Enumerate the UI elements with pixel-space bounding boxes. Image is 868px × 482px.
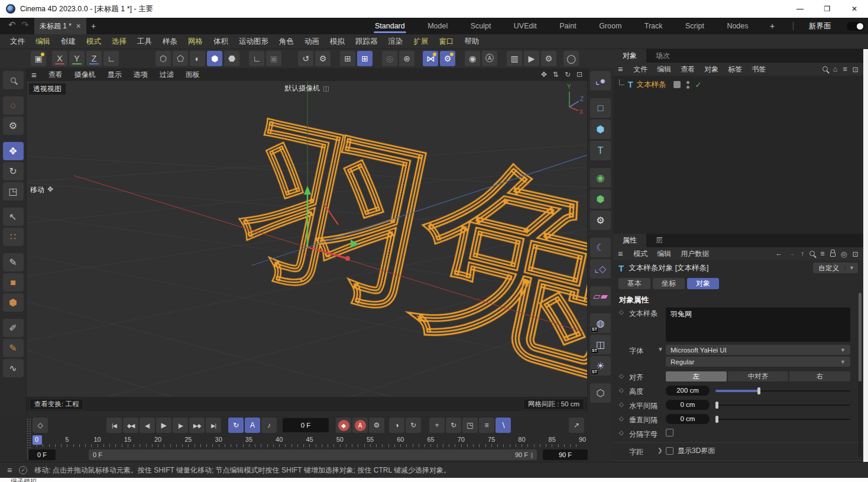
play-button[interactable]: ▶ (156, 418, 171, 433)
fcurve-button[interactable]: ↗ (569, 418, 584, 433)
height-input[interactable]: 200 cm (666, 386, 710, 396)
document-tab[interactable]: 未标题 1 * ✕ (34, 18, 86, 34)
autokey-range-button[interactable]: A (245, 418, 260, 433)
object-manager-menu-view[interactable]: 查看 (676, 64, 699, 75)
brush-tool[interactable]: ✐ (3, 319, 24, 337)
height-slider[interactable] (715, 386, 850, 396)
edges-mode-icon[interactable]: ⬠ (173, 51, 188, 66)
hspace-input[interactable]: 0 cm (666, 400, 710, 410)
end-frame-field[interactable]: 90 F (543, 449, 588, 460)
points-mode-icon[interactable]: ⬡ (156, 51, 171, 66)
world-coords-icon[interactable]: ∟ (103, 51, 119, 66)
symmetry-settings-icon[interactable]: ⚙ (440, 51, 455, 66)
align-option-右[interactable]: 右 (789, 371, 850, 381)
render-settings-button[interactable]: ⚙ (541, 51, 556, 66)
viewport-burger-icon[interactable]: ≡ (31, 70, 37, 80)
sky-object-icon[interactable]: ◍ST (590, 313, 611, 333)
live-selection-tool[interactable]: ◌ (3, 96, 24, 115)
menu-character[interactable]: 角色 (274, 34, 299, 48)
layer-toggle-icon[interactable] (673, 81, 681, 88)
lock-x-icon[interactable]: X (52, 51, 67, 66)
object-manager-tab-场次[interactable]: 场次 (646, 49, 679, 63)
layout-tab-script[interactable]: Script (682, 18, 708, 34)
model-mode-icon[interactable]: ⬢ (207, 51, 222, 66)
menu-mode[interactable]: 模式 (81, 34, 106, 48)
zoom-tool[interactable] (3, 71, 24, 89)
layout-tab-uvedit[interactable]: UVEdit (510, 18, 540, 34)
snap-icon[interactable]: ⊞ (357, 51, 373, 66)
keyframe-dot-icon[interactable]: ◇ (619, 371, 629, 379)
view-name-label[interactable]: 透视视图 (29, 83, 66, 95)
stage-camera-icon[interactable]: ◫ST (590, 335, 611, 354)
material-edit-icon[interactable]: ⬡ (590, 383, 611, 403)
keyframe-diamond-button[interactable]: ◇ (33, 418, 48, 433)
autokey-button[interactable]: A (352, 418, 368, 433)
font-family-dropdown[interactable]: Microsoft YaHei UI ▼ (666, 345, 850, 355)
symmetry-icon[interactable]: ⋈ (423, 51, 438, 66)
filter-icon[interactable]: ≡ (843, 65, 847, 73)
object-manager-menu-edit[interactable]: 编辑 (652, 64, 676, 75)
section-tab-基本[interactable]: 基本 (618, 278, 650, 289)
preset-dropdown[interactable]: 自定义 ▼ (813, 263, 858, 273)
vspace-slider[interactable] (715, 414, 850, 424)
menu-animate[interactable]: 动画 (299, 34, 325, 48)
loop-button[interactable]: ↻ (228, 418, 244, 433)
sketch-pen-tool[interactable]: ✎ (3, 339, 24, 357)
menu-tools[interactable]: 工具 (132, 34, 157, 48)
back-icon[interactable]: ← (775, 250, 783, 258)
menu-spline[interactable]: 样条 (157, 34, 183, 48)
render-picture-viewer-button[interactable]: ▶ (524, 51, 539, 66)
spline-rectangle-icon[interactable]: □ (590, 98, 611, 118)
new-interface-label[interactable]: 新界面 (809, 21, 831, 31)
attributes-menu-mode[interactable]: 模式 (629, 249, 652, 259)
collapse-chevron-icon[interactable]: ▼ (658, 345, 666, 352)
timeline-ruler[interactable]: 051015202530354045505560657075808590 (0, 435, 591, 449)
lock-icon[interactable] (830, 250, 835, 258)
target-icon[interactable]: ◎ (841, 250, 847, 258)
minimize-button[interactable]: — (786, 0, 814, 18)
keying-selection-button[interactable]: ◑ (389, 418, 404, 433)
cube-primitive-icon[interactable]: ⬢ (590, 119, 611, 139)
layout-tab-paint[interactable]: Paint (556, 18, 580, 34)
add-layout-button[interactable]: + (767, 21, 777, 31)
layout-tab-groom[interactable]: Groom (595, 18, 625, 34)
viewport-menu-options[interactable]: 选项 (128, 70, 154, 80)
grid-icon[interactable]: ⊞ (340, 51, 355, 66)
menu-edit[interactable]: 编辑 (30, 34, 56, 48)
render-view-button[interactable]: ▥ (507, 51, 522, 66)
key-scale-button[interactable]: ◳ (462, 418, 478, 433)
key-position-button[interactable]: + (429, 418, 445, 433)
next-key-button[interactable]: ▶◆ (189, 418, 205, 433)
menu-select[interactable]: 选择 (106, 34, 132, 48)
close-button[interactable]: ✕ (841, 0, 868, 18)
attributes-scrollbar[interactable] (859, 293, 861, 457)
polygons-mode-icon[interactable]: ◐ (190, 51, 205, 66)
menu-window[interactable]: 窗口 (434, 34, 459, 48)
spline-smooth-tool[interactable]: ∿ (3, 359, 24, 377)
search-icon[interactable] (809, 250, 815, 258)
font-style-dropdown[interactable]: Regular ▼ (666, 357, 850, 367)
up-icon[interactable]: ↑ (801, 250, 804, 258)
array-generator-icon[interactable]: ⬢ (590, 189, 611, 209)
expand-chevron-icon[interactable]: ❯ (658, 446, 666, 454)
filter-icon[interactable]: ≡ (820, 250, 824, 258)
section-tab-对象[interactable]: 对象 (687, 278, 719, 289)
keyframe-dot-icon[interactable]: ◇ (619, 386, 629, 393)
layout-tab-standard[interactable]: Standard (371, 18, 409, 34)
attributes-menu-userdata[interactable]: 用户数据 (676, 249, 714, 259)
new-document-tab-button[interactable]: + (88, 18, 99, 34)
viewport-menu-panel[interactable]: 面板 (180, 70, 206, 80)
separate-letters-checkbox[interactable] (666, 429, 673, 436)
quantize-gear-icon[interactable]: ⊛ (399, 51, 414, 66)
attribute-burger-icon[interactable]: ≡ (618, 249, 623, 258)
record-keyframe-button[interactable]: ◆ (336, 418, 351, 433)
workplane-icon[interactable]: ▣ (266, 51, 281, 66)
viewport-menu-filter[interactable]: 过滤 (154, 70, 180, 80)
texture-mode-icon[interactable]: ⬣ (224, 51, 239, 66)
rotate-tool[interactable]: ↻ (3, 162, 24, 180)
toggle-view-icon[interactable]: ⊡ (576, 70, 582, 79)
popout-icon[interactable]: ⊡ (853, 250, 859, 258)
axis-mode-icon[interactable]: ∟ (249, 51, 264, 66)
object-tree-row[interactable]: T 文本样条 ✓ (613, 78, 863, 91)
viewport-menu-view[interactable]: 查看 (43, 70, 69, 80)
